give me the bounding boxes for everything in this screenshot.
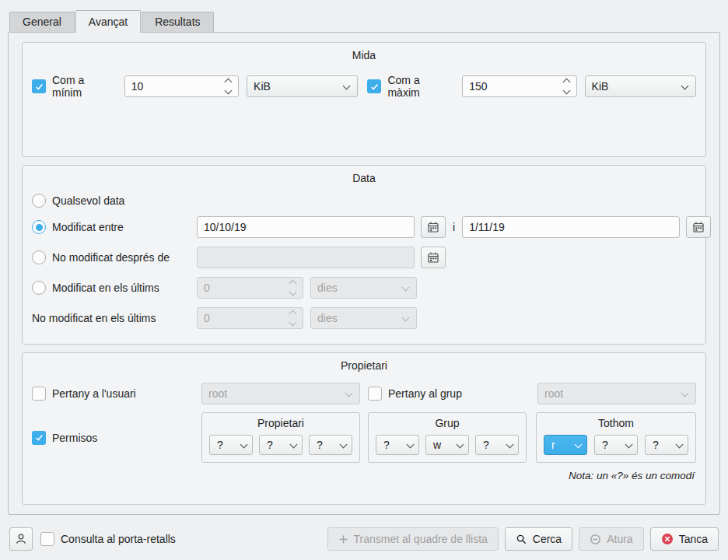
spin-down-icon (289, 319, 297, 327)
tab-resultats[interactable]: Resultats (142, 12, 213, 32)
owner-group-label: Pertany al grup (388, 387, 462, 400)
not-modified-after-radio[interactable]: No modificat després de (32, 250, 197, 264)
chevron-down-icon (506, 440, 514, 448)
perm-value: ? (267, 439, 273, 451)
min-size-spinbox[interactable]: 10 (124, 75, 239, 97)
perm-owner-read-combo[interactable]: ? (209, 435, 253, 455)
perm-other-write-combo[interactable]: ? (594, 435, 638, 455)
not-modified-last-label: No modificat en els últims (32, 312, 156, 324)
any-date-label: Qualsevol data (52, 194, 124, 207)
perm-owner-exec-combo[interactable]: ? (309, 435, 352, 455)
spinbox-arrows[interactable] (226, 79, 231, 93)
min-size-label: Com a mínim (52, 74, 117, 99)
owner-group-title: Propietari (32, 356, 696, 373)
perm-other-title: Tothom (544, 415, 688, 435)
checkbox-unchecked-icon (368, 387, 382, 401)
date-from-calendar-button[interactable] (421, 216, 446, 238)
search-button[interactable]: Cerca (505, 527, 572, 551)
wildcard-note: Nota: un «?» és un comodí (32, 470, 696, 481)
transmit-label: Transmet al quadre de llista (354, 533, 488, 545)
perm-value: ? (217, 439, 223, 451)
chevron-down-icon (340, 440, 348, 448)
owner-group-checkbox-wrap: Pertany al grup (360, 387, 527, 401)
owner-group-value: root (544, 387, 563, 400)
spin-down-icon[interactable] (562, 87, 570, 95)
spin-up-icon[interactable] (562, 79, 570, 86)
owner-row: Pertany a l'usuari root Pertany al grup … (32, 383, 696, 404)
perm-owner-title: Propietari (209, 415, 352, 435)
min-size-unit-value: KiB (254, 80, 271, 93)
perm-other-combos: r ? ? (544, 435, 688, 455)
spin-down-icon[interactable] (225, 87, 233, 95)
person-icon (15, 533, 27, 545)
modified-between-row: Modificat entre (32, 216, 696, 238)
owner-user-combo: root (201, 383, 360, 404)
perm-value: ? (602, 439, 608, 451)
spinbox-arrows (290, 311, 296, 325)
min-size-value: 10 (131, 80, 144, 93)
clipboard-checkbox[interactable]: Consulta al porta-retalls (40, 532, 176, 546)
spin-up-icon[interactable] (225, 79, 233, 86)
modified-last-radio[interactable]: Modificat en els últims (32, 281, 197, 295)
owner-group: Propietari Pertany a l'usuari root Perta… (22, 352, 706, 505)
not-modified-last-row: No modificat en els últims 0 dies (32, 307, 696, 329)
owner-user-checkbox[interactable]: Pertany a l'usuari (32, 387, 201, 401)
min-size-checkbox[interactable]: Com a mínim (32, 74, 117, 99)
size-row: Com a mínim 10 KiB Com (32, 74, 696, 99)
stop-icon (590, 534, 601, 545)
min-size-unit-combo[interactable]: KiB (247, 75, 358, 97)
not-modified-last-unit-combo: dies (310, 307, 417, 329)
checkbox-checked-icon (367, 79, 381, 93)
perm-group-write-combo[interactable]: w (425, 435, 469, 455)
date-group: Data Qualsevol data Modificat entre (22, 165, 706, 345)
perm-group-group: Grup ? w ? (368, 412, 527, 463)
perm-value: r (551, 439, 555, 451)
tab-avancat[interactable]: Avançat (75, 10, 141, 33)
perm-other-exec-combo[interactable]: ? (645, 435, 688, 455)
chevron-down-icon (457, 440, 464, 448)
date-to-calendar-button[interactable] (686, 216, 711, 238)
owner-group-checkbox[interactable]: Pertany al grup (368, 387, 527, 401)
spinbox-arrows[interactable] (564, 79, 569, 93)
footer-bar: Consulta al porta-retalls Transmet al qu… (9, 527, 719, 551)
permissions-label: Permisos (52, 432, 97, 444)
max-size-spinbox[interactable]: 150 (462, 75, 576, 97)
date-from-input[interactable] (197, 216, 415, 238)
checkbox-unchecked-icon (40, 532, 54, 546)
after-date-calendar-button[interactable] (421, 247, 446, 268)
modified-last-unit-combo: dies (310, 277, 417, 299)
chevron-down-icon (681, 82, 689, 89)
after-date-input (197, 247, 415, 268)
any-date-row: Qualsevol data (32, 194, 696, 208)
find-dialog: General Avançat Resultats Mida Com a mín… (0, 10, 728, 551)
max-size-unit-combo[interactable]: KiB (585, 75, 696, 97)
perm-group-title: Grup (376, 415, 519, 435)
perm-group-read-combo[interactable]: ? (376, 435, 419, 455)
spinbox-arrows (290, 281, 296, 295)
tab-general[interactable]: General (9, 12, 75, 32)
perm-owner-write-combo[interactable]: ? (259, 435, 303, 455)
size-group-title: Mida (32, 46, 696, 63)
date-to-input[interactable] (462, 216, 680, 238)
perm-value: ? (383, 439, 390, 451)
modified-last-unit-value: dies (317, 282, 338, 294)
permissions-checkbox[interactable]: Permisos (32, 431, 97, 445)
perm-group-exec-combo[interactable]: ? (475, 435, 519, 455)
user-profile-button[interactable] (9, 527, 33, 551)
date-group-title: Data (32, 169, 696, 186)
modified-last-spinbox: 0 (197, 277, 303, 299)
not-modified-last-value: 0 (204, 312, 210, 324)
perm-value: ? (653, 439, 659, 451)
perm-other-read-combo[interactable]: r (544, 435, 587, 455)
checkbox-checked-icon (32, 431, 46, 445)
spin-up-icon (289, 310, 297, 318)
modified-between-radio[interactable]: Modificat entre (32, 220, 197, 234)
size-group: Mida Com a mínim 10 KiB (22, 42, 706, 157)
close-button[interactable]: Tanca (650, 527, 719, 551)
chevron-down-icon (625, 440, 633, 448)
calendar-icon (427, 221, 439, 233)
any-date-radio[interactable]: Qualsevol data (32, 194, 197, 208)
perm-other-group: Tothom r ? ? (536, 412, 696, 463)
max-size-label: Com a màxim (387, 74, 454, 99)
max-size-checkbox[interactable]: Com a màxim (367, 74, 454, 99)
